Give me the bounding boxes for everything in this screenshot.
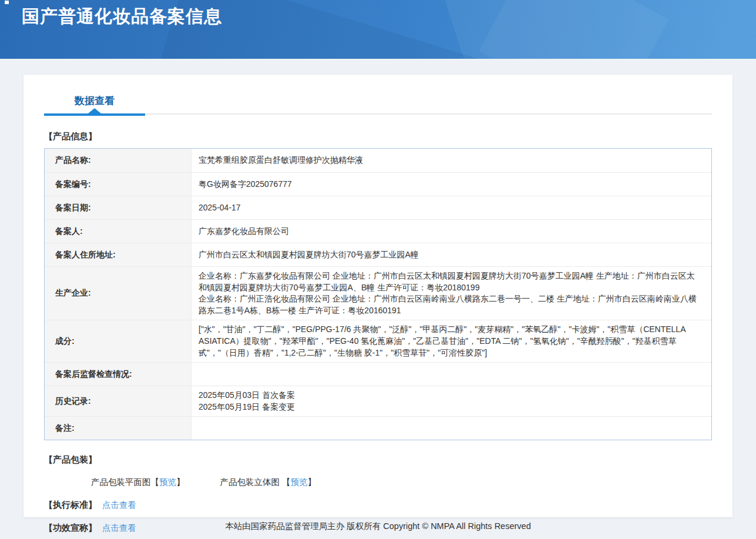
section-title-product-info: 【产品信息】	[44, 131, 712, 142]
banner-decor-shape	[479, 0, 668, 59]
packaging-row: 产品包装平面图【预览】 产品包装立体图 【预览】	[44, 477, 712, 488]
banner-decor-dot	[5, 1, 9, 4]
row-value: 2025-04-17	[191, 196, 711, 219]
packaging-3d-view-label: 产品包装立体图	[220, 477, 283, 487]
row-label: 备案编号:	[45, 173, 191, 196]
page-header: 国产普通化妆品备案信息	[0, 0, 756, 59]
packaging-3d-view-preview-link[interactable]: 预览	[291, 477, 308, 487]
bracket-close: 】	[308, 477, 317, 487]
row-value: 广州市白云区太和镇园夏村园夏牌坊大街70号嘉梦工业园A幢	[191, 243, 711, 266]
row-value: 宝梵希重组胶原蛋白舒敏调理修护次抛精华液	[191, 149, 711, 172]
row-value: 企业名称：广东嘉梦化妆品有限公司 企业地址：广州市白云区太和镇园夏村园夏牌坊大街…	[191, 267, 711, 320]
table-row-registrant-address: 备案人住所地址: 广州市白云区太和镇园夏村园夏牌坊大街70号嘉梦工业园A幢	[45, 243, 711, 266]
row-value: 广东嘉梦化妆品有限公司	[191, 220, 711, 243]
row-label: 备案后监督检查情况:	[45, 363, 191, 386]
section-title-packaging: 【产品包装】	[44, 454, 712, 466]
table-row-filing-date: 备案日期: 2025-04-17	[45, 196, 711, 219]
row-label: 备案人:	[45, 220, 191, 243]
table-row-product-name: 产品名称: 宝梵希重组胶原蛋白舒敏调理修护次抛精华液	[45, 149, 711, 172]
tab-active-triangle	[88, 108, 101, 113]
standard-view-link[interactable]: 点击查看	[102, 500, 136, 510]
row-label: 产品名称:	[45, 149, 191, 172]
history-entry: 2025年05月19日 备案变更	[199, 401, 702, 413]
content-card: 数据查看 【产品信息】 产品名称: 宝梵希重组胶原蛋白舒敏调理修护次抛精华液 备…	[23, 75, 733, 517]
table-row-remarks: 备注:	[45, 416, 711, 440]
bracket-close: 】	[176, 477, 185, 487]
product-info-table: 产品名称: 宝梵希重组胶原蛋白舒敏调理修护次抛精华液 备案编号: 粤G妆网备字2…	[44, 148, 712, 440]
standard-row: 【执行标准】点击查看	[44, 500, 712, 511]
tab-data-view[interactable]: 数据查看	[44, 75, 145, 115]
row-label: 备注:	[45, 417, 191, 440]
manufacturer-entry: 企业名称：广州正浩化妆品有限公司 企业地址：广州市白云区南岭南业八横路东二巷一号…	[199, 293, 702, 316]
table-row-ingredients: 成分: ["水"，"甘油"，"丁二醇"，"PEG/PPG-17/6 共聚物"，"…	[45, 320, 711, 362]
footer-copyright: 本站由国家药品监督管理局主办 版权所有 Copyright © NMPA All…	[0, 521, 756, 532]
row-value: ["水"，"甘油"，"丁二醇"，"PEG/PPG-17/6 共聚物"，"泛醇"，…	[191, 320, 711, 362]
table-row-history: 历史记录: 2025年05月03日 首次备案 2025年05月19日 备案变更	[45, 386, 711, 416]
tab-active-underline	[44, 113, 145, 116]
table-row-filing-number: 备案编号: 粤G妆网备字2025076777	[45, 172, 711, 196]
history-entry: 2025年05月03日 首次备案	[199, 390, 702, 401]
table-row-registrant: 备案人: 广东嘉梦化妆品有限公司	[45, 219, 711, 243]
tab-bar: 数据查看	[44, 75, 712, 115]
row-label: 备案日期:	[45, 196, 191, 219]
row-value	[191, 363, 711, 386]
packaging-flat-view-item: 产品包装平面图【预览】	[91, 477, 185, 488]
table-row-supervision: 备案后监督检查情况:	[45, 362, 711, 386]
row-label: 历史记录:	[45, 386, 191, 416]
bracket-open: 【	[151, 477, 160, 487]
section-title-standard: 【执行标准】	[44, 500, 97, 510]
manufacturer-entry: 企业名称：广东嘉梦化妆品有限公司 企业地址：广州市白云区太和镇园夏村园夏牌坊大街…	[199, 270, 702, 293]
row-value	[191, 417, 711, 440]
tab-data-view-label: 数据查看	[75, 95, 115, 106]
row-value: 2025年05月03日 首次备案 2025年05月19日 备案变更	[191, 386, 711, 416]
row-label: 备案人住所地址:	[45, 243, 191, 266]
row-label: 成分:	[45, 320, 191, 362]
row-label: 生产企业:	[45, 267, 191, 320]
row-value: 粤G妆网备字2025076777	[191, 173, 711, 196]
page-title: 国产普通化妆品备案信息	[22, 5, 222, 29]
packaging-flat-view-preview-link[interactable]: 预览	[159, 477, 176, 487]
packaging-flat-view-label: 产品包装平面图	[91, 477, 151, 487]
table-row-manufacturer: 生产企业: 企业名称：广东嘉梦化妆品有限公司 企业地址：广州市白云区太和镇园夏村…	[45, 266, 711, 320]
packaging-3d-view-item: 产品包装立体图 【预览】	[220, 477, 317, 488]
bracket-open: 【	[282, 477, 291, 487]
